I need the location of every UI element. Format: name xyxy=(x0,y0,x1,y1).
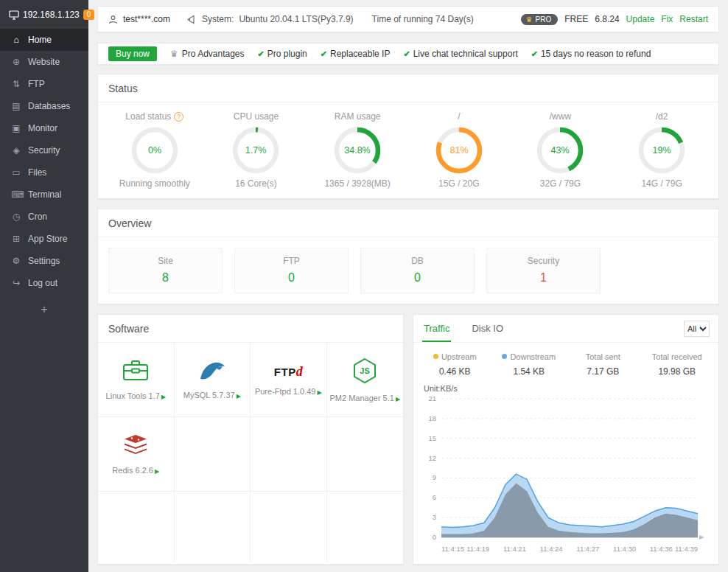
svg-text:9: 9 xyxy=(433,473,436,481)
software-panel: Software Linux Tools 1.7▶MySQL 5.7.37▶FT… xyxy=(97,314,404,565)
svg-text:11:4:27: 11:4:27 xyxy=(576,545,599,553)
overview-box-ftp[interactable]: FTP0 xyxy=(234,248,349,293)
edition-label: FREE xyxy=(564,14,588,24)
security-icon: ◈ xyxy=(11,145,21,156)
gauge-label: /d2 xyxy=(656,111,668,122)
sidebar-item-ftp[interactable]: ⇅FTP xyxy=(0,73,88,95)
svg-text:81%: 81% xyxy=(449,145,468,156)
svg-text:12: 12 xyxy=(428,454,436,462)
sidebar-item-databases[interactable]: ▤Databases xyxy=(0,95,88,117)
sidebar-item-label: Terminal xyxy=(28,189,61,200)
sidebar-item-terminal[interactable]: ⌨Terminal xyxy=(0,184,88,206)
legend-dot-icon xyxy=(433,354,438,359)
gauge-label: Load status? xyxy=(125,111,183,122)
overview-box-security[interactable]: Security1 xyxy=(486,248,601,293)
software-grid: Linux Tools 1.7▶MySQL 5.7.37▶FTPdPure-Ft… xyxy=(98,343,403,566)
ftp-icon: ⇅ xyxy=(11,79,21,89)
website-icon: ⊕ xyxy=(11,57,21,67)
server-ip: 192.168.1.123 xyxy=(23,10,80,20)
gauge-ring: 34.8% xyxy=(333,126,382,175)
traffic-header: Traffic Disk IO All xyxy=(413,315,718,343)
sidebar-item-log-out[interactable]: ↪Log out xyxy=(0,272,88,294)
fix-link[interactable]: Fix xyxy=(661,14,673,24)
tab-traffic[interactable]: Traffic xyxy=(422,315,451,342)
svg-text:3: 3 xyxy=(433,513,436,521)
sidebar-item-label: FTP xyxy=(28,79,45,89)
restart-link[interactable]: Restart xyxy=(679,14,708,24)
legend-value: 7.17 GB xyxy=(566,366,640,377)
svg-text:11:4:24: 11:4:24 xyxy=(540,545,563,553)
promo-feature: ✔Live chat technical support xyxy=(403,49,517,59)
software-name: Redis 6.2.6▶ xyxy=(112,466,159,475)
running-indicator-icon: ▶ xyxy=(237,393,241,400)
system-label: System: xyxy=(202,14,234,24)
sidebar-item-label: Home xyxy=(28,35,52,45)
overview-title: Overview xyxy=(98,209,718,237)
account-name[interactable]: test****.com xyxy=(123,14,170,24)
software-item-pure-ftpd-1-0-49[interactable]: FTPdPure-Ftpd 1.0.49▶ xyxy=(251,343,327,417)
check-icon: ✔ xyxy=(531,49,538,59)
software-item-pm2-manager-5-1[interactable]: JSPM2 Manager 5.1▶ xyxy=(327,343,404,417)
overview-value: 1 xyxy=(487,271,600,285)
svg-text:18: 18 xyxy=(428,414,436,422)
traffic-range-select[interactable]: All xyxy=(684,321,710,337)
legend-label: Downstream xyxy=(492,352,567,361)
gauge-ring: 81% xyxy=(435,126,483,175)
sidebar-item-app-store[interactable]: ⊞App Store xyxy=(0,228,88,250)
svg-text:21: 21 xyxy=(428,394,436,402)
help-icon[interactable]: ? xyxy=(174,112,183,122)
gauge--d2: /d219%14G / 79G xyxy=(612,111,712,189)
overview-label: FTP xyxy=(235,256,348,266)
gauge-label: RAM usage xyxy=(335,111,381,122)
svg-text:11:4:19: 11:4:19 xyxy=(466,545,489,553)
sidebar-item-files[interactable]: ▭Files xyxy=(0,161,88,184)
tab-disk-io[interactable]: Disk IO xyxy=(470,315,505,342)
pro-badge[interactable]: ♛ PRO xyxy=(521,14,559,25)
sidebar-item-security[interactable]: ◈Security xyxy=(0,139,88,161)
crown-icon: ♛ xyxy=(526,15,533,24)
gauge-label: CPU usage xyxy=(234,111,279,122)
cron-icon: ◷ xyxy=(11,212,21,222)
gauge-cpu-usage: CPU usage1.7%16 Core(s) xyxy=(206,111,306,189)
gauge-ring: 43% xyxy=(536,126,584,175)
sidebar-item-website[interactable]: ⊕Website xyxy=(0,51,88,73)
gauge-load-status: Load status?0%Running smoothly xyxy=(105,111,205,189)
sidebar-item-label: Monitor xyxy=(28,123,57,133)
main-content: test****.com System: Ubuntu 20.04.1 LTS(… xyxy=(88,0,728,572)
terminal-icon: ⌨ xyxy=(11,189,21,200)
status-title: Status xyxy=(98,74,718,102)
overview-box-site[interactable]: Site8 xyxy=(108,248,223,293)
overview-boxes: Site8FTP0DB0Security1 xyxy=(98,237,718,304)
gauge-sub: 32G / 79G xyxy=(540,178,581,189)
legend-total-sent: Total sent7.17 GB xyxy=(566,352,640,377)
software-name: Pure-Ftpd 1.0.49▶ xyxy=(255,387,322,396)
server-header[interactable]: 192.168.1.123 0 xyxy=(0,0,88,29)
gauges-row: Load status?0%Running smoothlyCPU usage1… xyxy=(98,102,718,198)
logout-icon: ↪ xyxy=(11,278,21,288)
software-item-redis-6-2-6[interactable]: Redis 6.2.6▶ xyxy=(98,417,175,492)
overview-label: DB xyxy=(361,256,474,266)
sidebar-item-monitor[interactable]: ▣Monitor xyxy=(0,117,88,139)
sidebar-item-cron[interactable]: ◷Cron xyxy=(0,206,88,228)
traffic-legend: Upstream0.46 KBDownstream1.54 KBTotal se… xyxy=(413,343,718,377)
mysql-dolphin-icon xyxy=(198,360,226,381)
software-item-linux-tools-1-7[interactable]: Linux Tools 1.7▶ xyxy=(98,343,175,417)
software-item-mysql-5-7-37[interactable]: MySQL 5.7.37▶ xyxy=(175,343,251,417)
update-link[interactable]: Update xyxy=(626,14,655,24)
overview-box-db[interactable]: DB0 xyxy=(360,248,475,293)
overview-value: 8 xyxy=(109,271,222,285)
gauge-sub: Running smoothly xyxy=(119,178,190,189)
gauge--www: /www43%32G / 79G xyxy=(510,111,610,189)
pm2-js-icon: JS xyxy=(352,358,377,384)
software-empty-cell xyxy=(327,492,404,566)
sidebar-item-settings[interactable]: ⚙Settings xyxy=(0,250,88,272)
pro-advantages[interactable]: ♛ Pro Advantages xyxy=(170,49,245,59)
svg-text:0: 0 xyxy=(433,533,436,541)
sidebar-item-home[interactable]: ⌂Home xyxy=(0,29,88,51)
sidebar-item-label: Settings xyxy=(28,256,60,266)
software-empty-cell xyxy=(175,417,251,492)
add-shortcut-button[interactable]: + xyxy=(0,294,88,325)
buy-now-button[interactable]: Buy now xyxy=(108,46,157,61)
promo-feature: ✔Pro plugin xyxy=(258,49,307,59)
svg-text:1.7%: 1.7% xyxy=(245,145,267,156)
